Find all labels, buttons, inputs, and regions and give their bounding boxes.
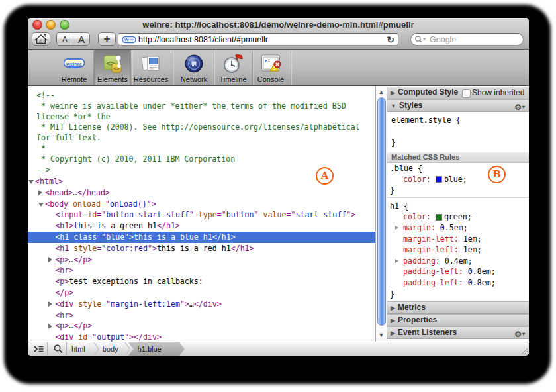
dom-tree-row[interactable]: <p>test exceptions in callbacks: <box>28 276 375 287</box>
css-property-row[interactable]: padding-left: 0.8em; <box>387 266 529 277</box>
css-property-row[interactable]: margin-left: 1em; <box>387 244 529 256</box>
larger-text-button[interactable]: A <box>73 33 89 45</box>
dom-token: this is a green h1 <box>73 221 157 230</box>
css-property-row[interactable]: padding-left: 0.8em; <box>387 277 529 289</box>
close-window-button[interactable] <box>32 20 42 30</box>
dom-token: <head> <box>45 188 73 197</box>
expander-open-icon[interactable] <box>28 180 34 184</box>
gear-icon[interactable]: ⚙ <box>514 101 525 113</box>
dom-tree-row[interactable]: <h1>this is a green h1</h1> <box>28 220 375 232</box>
statusbar-divider <box>47 342 48 356</box>
search-icon[interactable] <box>52 342 65 356</box>
dom-node-text: <p>…</p> <box>55 320 92 332</box>
dom-node-text: <p>…</p> <box>55 254 92 266</box>
sidebar-section-metrics[interactable]: ▶Metrics <box>387 301 529 314</box>
dom-tree-row[interactable]: <body onload="onLoad()"> <box>28 199 375 210</box>
dom-tree-row[interactable]: <div id="output"></div> <box>28 332 375 342</box>
weinre-toolbar: weinreRemote<><>ElementsResourcesNetwork… <box>28 50 529 86</box>
dom-token: </div> <box>194 299 222 309</box>
sidebar-section-event-listeners[interactable]: ▶Event Listeners⚙ <box>387 326 529 339</box>
html-comment: <!-- * weinre is available under *either… <box>36 90 360 175</box>
rule-separator <box>387 197 529 198</box>
css-property-row[interactable]: margin-left: 1em; <box>387 234 529 245</box>
dom-token: <div <box>55 299 78 309</box>
css-property-value: 1em; <box>463 234 482 244</box>
scroll-down-arrow[interactable]: ▼ <box>376 330 387 340</box>
dom-token: > <box>351 210 355 219</box>
dom-node-text: <h1 class="blue">this is a blue h1</h1> <box>55 232 235 243</box>
dom-tree-row[interactable]: <h1 class="blue">this is a blue h1</h1> <box>28 232 375 243</box>
scroll-up-arrow[interactable]: ▲ <box>376 87 387 97</box>
element-style-open[interactable]: element.style { <box>391 115 529 126</box>
expander-closed-icon[interactable] <box>48 301 52 307</box>
computed-style-header[interactable]: ▶Computed StyleShow inherited <box>387 87 529 99</box>
css-property-row[interactable]: color: green; <box>387 211 529 222</box>
css-property-value: 0.8em; <box>468 267 496 276</box>
dom-token: color:red <box>106 244 148 253</box>
dom-tree-row[interactable]: <h1 style="color:red">this is a red h1</… <box>28 243 375 254</box>
expander-closed-icon[interactable] <box>48 324 52 329</box>
dom-token: style <box>73 244 97 253</box>
dom-token: </h1> <box>231 244 254 253</box>
computed-style-label: Computed Style <box>398 87 458 97</box>
console-toggle-icon[interactable] <box>32 342 46 356</box>
sidebar-section-label: Properties <box>398 315 437 324</box>
dom-tree-row[interactable]: </p> <box>28 287 375 299</box>
dom-tree-row[interactable]: <hr> <box>28 310 375 321</box>
dom-token: <input <box>55 210 87 219</box>
dom-token: </p> <box>73 255 92 264</box>
css-rule-selector[interactable]: h1 { <box>390 201 529 212</box>
expander-open-icon[interactable] <box>38 203 44 207</box>
dom-tree-row[interactable]: <p>…</p> <box>28 320 375 332</box>
breadcrumb-html[interactable]: html <box>71 342 85 356</box>
minimize-window-button[interactable] <box>46 20 56 30</box>
css-rule-selector[interactable]: .blue { <box>390 163 529 174</box>
expanded-triangle-icon: ▼ <box>391 101 396 112</box>
dom-node-text: <input id="button-start-stuff" type="but… <box>55 209 355 220</box>
sidebar-section-properties[interactable]: ▶Properties <box>387 314 529 326</box>
dom-tree-row[interactable]: <head>…</head> <box>28 187 375 199</box>
toolbar-item-label: Console <box>246 75 296 83</box>
toolbar-item-console[interactable]: Console <box>252 50 289 85</box>
expand-property-icon[interactable] <box>395 226 398 230</box>
css-property-value: 1em; <box>463 245 482 254</box>
styles-header[interactable]: ▼Styles⚙ <box>387 99 529 112</box>
reload-icon[interactable]: ↻ <box>387 34 394 45</box>
show-inherited-label: Show inherited <box>472 87 524 99</box>
toolbar-item-network[interactable]: Network <box>175 50 212 85</box>
dom-token: " <box>148 244 152 253</box>
css-declaration: margin-left: 1em; <box>403 244 482 256</box>
dom-token: > <box>152 244 157 253</box>
css-property-row[interactable]: padding: 0.4em; <box>387 256 529 267</box>
dom-tree-row[interactable]: <p>…</p> <box>28 254 375 266</box>
zoom-window-button[interactable] <box>60 20 70 30</box>
scrollbar-thumb[interactable] <box>377 97 386 326</box>
css-property-name: margin-left: <box>403 245 459 254</box>
gear-icon[interactable]: ⚙ <box>514 328 525 340</box>
css-rule-close: } <box>390 289 529 300</box>
resources-icon <box>140 53 162 74</box>
vertical-scrollbar[interactable]: ▲ ▼ <box>375 86 387 342</box>
expander-closed-icon[interactable] <box>48 257 52 262</box>
google-search-field[interactable]: Google <box>410 33 524 46</box>
dom-tree-row[interactable]: <input id="button-start-stuff" type="but… <box>28 209 375 220</box>
breadcrumb-body[interactable]: body <box>103 342 118 356</box>
show-inherited-checkbox[interactable] <box>462 89 471 98</box>
home-button[interactable] <box>32 32 50 46</box>
css-property-row[interactable]: margin: 0.5em; <box>387 222 529 234</box>
css-declaration: padding: 0.4em; <box>403 256 473 267</box>
address-bar[interactable]: http://localhost:8081/client/#pmuellr ↻ <box>118 33 398 46</box>
toolbar-item-resources[interactable]: Resources <box>132 50 169 85</box>
resize-grip[interactable] <box>519 346 528 355</box>
text-size-segmented-control: A A <box>56 32 90 46</box>
expand-property-icon[interactable] <box>395 259 398 263</box>
expander-closed-icon[interactable] <box>38 190 42 195</box>
breadcrumb-h1.blue[interactable]: h1.blue <box>128 342 185 356</box>
dom-tree-row[interactable]: <hr> <box>28 265 375 276</box>
dom-tree-row[interactable]: <div style="margin-left:1em">…</div> <box>28 299 375 310</box>
smaller-text-button[interactable]: A <box>57 33 73 45</box>
element-style-close: } <box>391 137 529 148</box>
toolbar-item-remote[interactable]: weinreRemote <box>56 50 93 85</box>
css-property-row[interactable]: color: blue; <box>387 174 529 185</box>
new-tab-button[interactable]: + <box>98 32 116 46</box>
